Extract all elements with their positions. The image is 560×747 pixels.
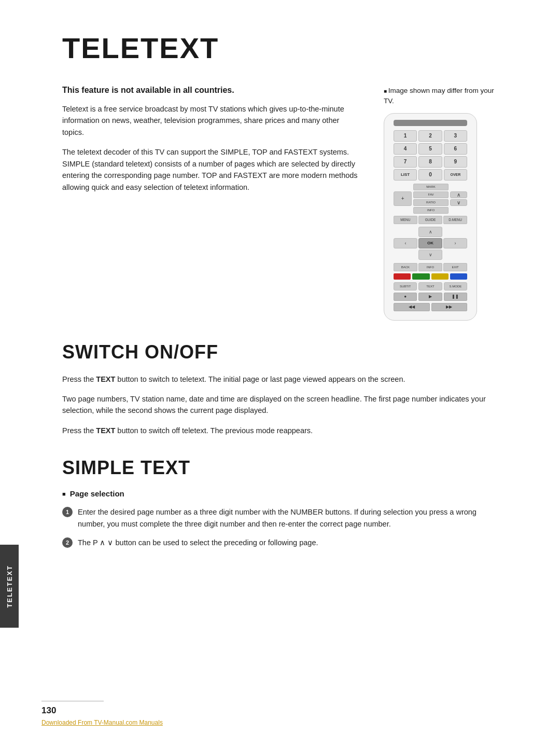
remote-menu-btn: MENU xyxy=(394,216,417,224)
remote-btn-3: 3 xyxy=(444,130,467,142)
remote-btn-1: 1 xyxy=(394,130,417,142)
remote-right-btn: › xyxy=(443,238,467,248)
remote-btn-list: LIST xyxy=(394,169,417,181)
switch-paragraph2: Two page numbers, TV station name, date … xyxy=(62,393,498,417)
remote-rec-btn: ● xyxy=(394,293,417,301)
page: TELETEXT TELETEXT This feature is not av… xyxy=(0,0,560,747)
remote-ff-btn: ▶▶ xyxy=(431,303,468,311)
remote-mute-btn: INFO xyxy=(413,207,448,214)
switch-section-heading: SWITCH ON/OFF xyxy=(62,341,498,363)
remote-mark-btn: MARK xyxy=(413,184,448,190)
remote-btn-0: 0 xyxy=(418,169,442,181)
remote-blue-btn xyxy=(450,273,467,280)
remote-btn-4: 4 xyxy=(394,143,417,155)
remote-back-btn: BACK xyxy=(394,263,417,271)
remote-btn-7: 7 xyxy=(394,156,417,168)
intro-section: This feature is not available in all cou… xyxy=(62,86,498,321)
remote-btn-over: OVER xyxy=(444,169,467,181)
remote-vol-section: + MARK FAV RATIO INFO ∧ ∨ xyxy=(394,184,467,214)
list-item-2-text: The P ∧ ∨ button can be used to select t… xyxy=(78,537,318,548)
remote-info-btn: INFO xyxy=(418,263,442,271)
remote-ch-dn: ∨ xyxy=(450,199,468,206)
remote-rw-btn: ◀◀ xyxy=(394,303,430,311)
remote-yellow-btn xyxy=(431,273,449,280)
remote-down-btn: ∨ xyxy=(418,250,442,260)
remote-btn-6: 6 xyxy=(444,143,467,155)
list-num-2: 2 xyxy=(62,537,73,548)
page-number: 130 xyxy=(41,706,56,716)
switch-paragraph1: Press the TEXT button to switch to telet… xyxy=(62,374,498,385)
remote-green-btn xyxy=(412,273,429,280)
remote-vol-plus: + xyxy=(394,191,412,206)
page-title: TELETEXT xyxy=(62,31,498,65)
remote-left-btn: ‹ xyxy=(394,238,417,248)
list-item-2: 2 The P ∧ ∨ button can be used to select… xyxy=(62,537,498,548)
intro-paragraph1: Teletext is a free service broadcast by … xyxy=(62,103,363,138)
remote-up-btn: ∧ xyxy=(418,227,442,237)
simple-text-heading: SIMPLE TEXT xyxy=(62,457,498,479)
side-tab-label: TELETEXT xyxy=(6,565,13,607)
remote-dpad: ∧ ‹ OK › ∨ xyxy=(394,227,467,260)
remote-guide-btn: GUIDE xyxy=(418,216,442,224)
remote-btn-2: 2 xyxy=(418,130,442,142)
remote-dmenu-btn: D.MENU xyxy=(443,216,467,224)
remote-playback-row: ● ▶ ❚❚ xyxy=(394,293,467,301)
remote-control-image: 1 2 3 4 5 6 7 8 9 LIST 0 OVER xyxy=(384,113,477,321)
simple-text-list: 1 Enter the desired page number as a thr… xyxy=(62,506,498,548)
side-tab: TELETEXT xyxy=(0,545,19,628)
remote-playback-row2: ◀◀ ▶▶ xyxy=(394,303,467,311)
footer-divider xyxy=(41,701,104,702)
page-footer: 130 Downloaded From TV-Manual.com Manual… xyxy=(0,701,560,727)
remote-play-btn: ▶ xyxy=(418,293,442,301)
intro-left-col: This feature is not available in all cou… xyxy=(62,86,363,321)
switch-paragraph3: Press the TEXT button to switch off tele… xyxy=(62,425,498,436)
remote-back-row: BACK INFO EXIT xyxy=(394,263,467,271)
image-caption: Image shown may differ from your TV. xyxy=(384,86,498,107)
list-item-1: 1 Enter the desired page number as a thr… xyxy=(62,506,498,530)
remote-btn-9: 9 xyxy=(444,156,467,168)
remote-color-buttons xyxy=(394,273,467,280)
remote-btn-5: 5 xyxy=(418,143,442,155)
intro-right-col: Image shown may differ from your TV. 1 2… xyxy=(384,86,498,321)
list-item-1-text: Enter the desired page number as a three… xyxy=(78,506,498,530)
footer-link[interactable]: Downloaded From TV-Manual.com Manuals xyxy=(41,719,163,726)
intro-paragraph2: The teletext decoder of this TV can supp… xyxy=(62,146,363,193)
remote-text-btn: TEXT xyxy=(418,282,442,290)
remote-ok-btn: OK xyxy=(418,238,442,248)
feature-notice: This feature is not available in all cou… xyxy=(62,86,363,95)
remote-menu-row: MENU GUIDE D.MENU xyxy=(394,216,467,224)
remote-smode-btn: S.MODE xyxy=(444,282,467,290)
remote-subtitle-btn: SUBTIT xyxy=(394,282,417,290)
remote-exit-btn: EXIT xyxy=(443,263,467,271)
subsection-page-selection: Page selection xyxy=(62,489,498,498)
remote-fav-btn: FAV xyxy=(413,191,448,198)
remote-red-btn xyxy=(394,273,411,280)
remote-ratio-btn: RATIO xyxy=(413,199,448,206)
remote-btn-8: 8 xyxy=(418,156,442,168)
list-num-1: 1 xyxy=(62,507,73,517)
remote-pause-btn: ❚❚ xyxy=(444,293,467,301)
remote-vol-labels: MARK FAV RATIO INFO xyxy=(413,184,448,214)
remote-ch-up: ∧ xyxy=(450,191,468,198)
remote-subtitle-row: SUBTIT TEXT S.MODE xyxy=(394,282,467,290)
